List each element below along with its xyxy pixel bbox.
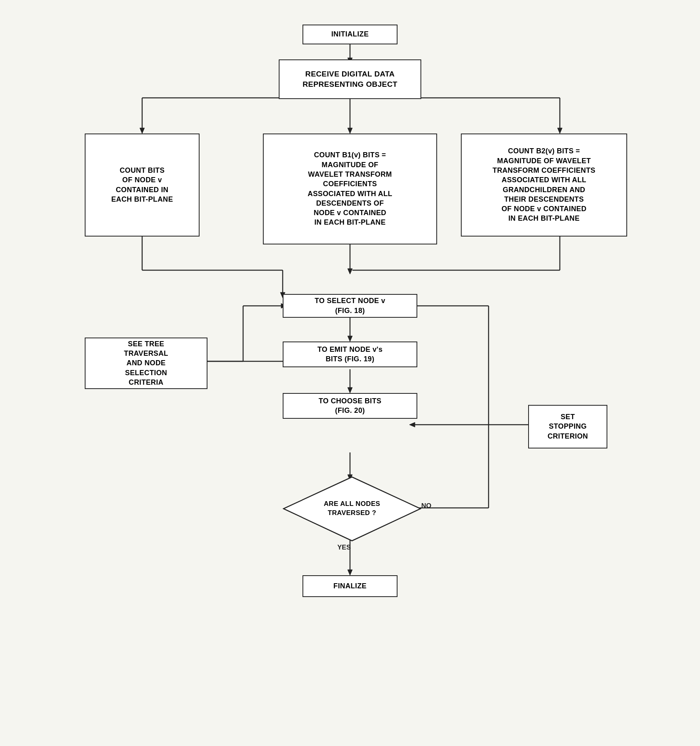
choose-bits-box: TO CHOOSE BITS (FIG. 20) [283,393,417,419]
count-b2-box: COUNT B2(v) BITS = MAGNITUDE OF WAVELET … [461,134,627,237]
svg-marker-15 [348,269,352,274]
svg-marker-9 [557,128,562,134]
count-b1-box: COUNT B1(v) BITS = MAGNITUDE OF WAVELET … [263,134,437,244]
svg-marker-4 [140,128,145,134]
finalize-box: FINALIZE [302,575,398,597]
svg-marker-6 [348,128,352,134]
yes-label: YES [337,544,351,551]
stopping-criterion-box: SET STOPPING CRITERION [528,405,607,448]
svg-marker-21 [348,387,352,393]
emit-node-box: TO EMIT NODE v's BITS (FIG. 19) [283,342,417,367]
svg-marker-31 [348,570,352,575]
svg-marker-19 [348,336,352,342]
select-node-box: TO SELECT NODE v (FIG. 18) [283,294,417,318]
traversed-diamond: ARE ALL NODES TRAVERSED ? [283,476,421,542]
initialize-box: INITIALIZE [302,25,398,44]
svg-marker-23 [409,422,415,427]
flowchart-diagram: INITIALIZE RECEIVE DIGITAL DATA REPRESEN… [73,17,627,730]
count-bits-box: COUNT BITS OF NODE v CONTAINED IN EACH B… [85,134,200,237]
see-tree-box: SEE TREE TRAVERSAL AND NODE SELECTION CR… [85,338,207,389]
receive-box: RECEIVE DIGITAL DATA REPRESENTING OBJECT [279,59,421,99]
no-label: NO [421,502,432,510]
